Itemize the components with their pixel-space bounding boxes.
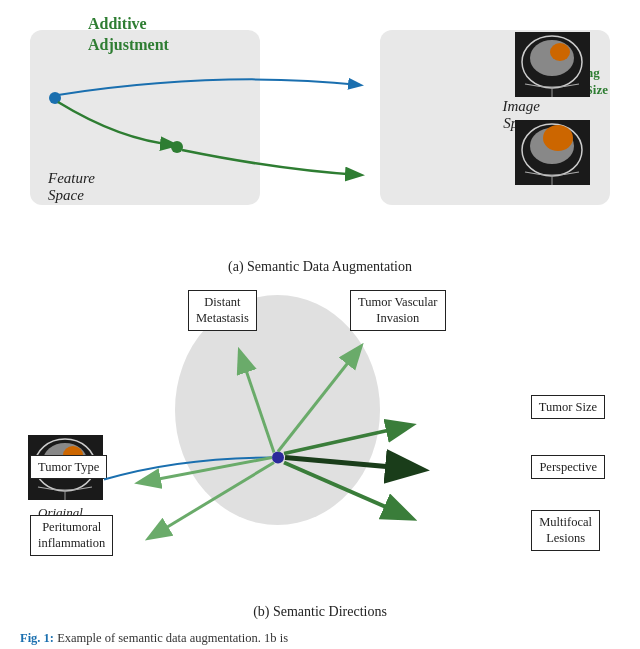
peritumoral-box: Peritumoral inflammation <box>30 515 113 556</box>
tumor-size-box: Tumor Size <box>531 395 605 419</box>
brain-image-top <box>515 32 590 97</box>
feature-space-label: FeatureSpace <box>48 170 95 204</box>
multifocal-box: Multifocal Lesions <box>531 510 600 551</box>
distant-metastasis-box: Distant Metastasis <box>188 290 257 331</box>
fig-label: Fig. 1: <box>20 631 54 645</box>
fig-text: Example of semantic data augmentation. 1… <box>54 631 288 645</box>
caption-a: (a) Semantic Data Augmentation <box>20 259 620 275</box>
svg-point-3 <box>550 43 570 61</box>
caption-b: (b) Semantic Directions <box>20 604 620 620</box>
tumor-type-box: Tumor Type <box>30 455 107 479</box>
perspective-box: Perspective <box>531 455 605 479</box>
tumor-vascular-box: Tumor Vascular Invasion <box>350 290 446 331</box>
part-b: Original Distant Metastasis Tumor Vascul… <box>20 280 620 625</box>
brain-image-bottom <box>515 120 590 185</box>
additive-label: AdditiveAdjustment <box>88 14 169 56</box>
svg-point-8 <box>543 125 573 151</box>
figure-container: AdditiveAdjustment FeatureSpace ImageSpa… <box>0 0 640 649</box>
part-a: AdditiveAdjustment FeatureSpace ImageSpa… <box>20 10 620 280</box>
fig-caption: Fig. 1: Example of semantic data augment… <box>0 630 640 648</box>
